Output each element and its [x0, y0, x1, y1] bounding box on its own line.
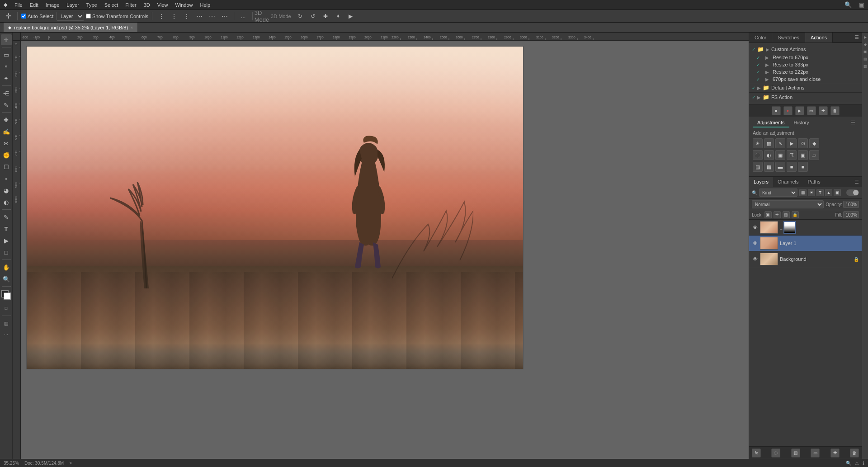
- eyedropper-tool[interactable]: ✎: [1, 99, 12, 110]
- auto-select-checkbox[interactable]: Auto-Select:: [21, 14, 55, 19]
- more-tools-btn[interactable]: ⋯: [1, 330, 12, 340]
- menu-layer[interactable]: Layer: [66, 2, 79, 8]
- adj-channel-mixer-btn[interactable]: ☈: [787, 150, 797, 160]
- action-group-fs-header[interactable]: ✓ ▶ 📁 FS Action: [749, 93, 862, 102]
- tab-layers[interactable]: Layers: [749, 177, 773, 187]
- clone-tool[interactable]: ✉: [1, 138, 12, 149]
- move-tool-btn[interactable]: ✛: [3, 11, 14, 22]
- extras-btn[interactable]: ✦: [333, 11, 344, 22]
- path-selection-tool[interactable]: ▶: [1, 235, 12, 246]
- document-tab[interactable]: ◆ replace background.psd @ 35.2% (Layer …: [4, 23, 138, 32]
- crop-tool[interactable]: ⋲: [1, 88, 12, 99]
- zoom-tool[interactable]: 🔍: [1, 274, 12, 284]
- align-bottom-btn[interactable]: ⋯: [219, 11, 230, 22]
- menu-type[interactable]: Type: [86, 2, 97, 8]
- rpanel-icon-3[interactable]: ▤: [863, 56, 868, 61]
- record-action-btn[interactable]: ●: [783, 106, 793, 115]
- layer-effects-btn[interactable]: fx: [752, 448, 761, 458]
- more-options-btn[interactable]: ...: [238, 11, 249, 22]
- adj-invert-btn[interactable]: ▱: [809, 150, 819, 160]
- 3d-mode-btn[interactable]: 3D Mode: [256, 11, 267, 22]
- adj-threshold-btn[interactable]: ▩: [764, 162, 774, 172]
- quick-select-tool[interactable]: ✦: [1, 73, 12, 84]
- foreground-bg-colors[interactable]: [1, 290, 11, 300]
- action-resize-222[interactable]: ✓ ▶ Resize to 222px: [749, 68, 862, 75]
- align-center-btn[interactable]: ⋮: [169, 11, 179, 22]
- new-adjustment-btn[interactable]: ▥: [791, 448, 800, 458]
- action-group-custom-header[interactable]: ✓ 📁 ▶ Custom Actions: [749, 45, 862, 54]
- filter-shape-btn[interactable]: ▲: [825, 189, 832, 196]
- tab-close-btn[interactable]: ×: [131, 25, 133, 30]
- brush-tool[interactable]: ✍: [1, 126, 12, 137]
- layer-1-visibility[interactable]: 👁: [752, 240, 758, 246]
- search-icon[interactable]: 🔍: [844, 1, 852, 8]
- rpanel-icon-4[interactable]: ▩: [863, 63, 868, 69]
- canvas-document[interactable]: [26, 46, 524, 369]
- history-brush-tool[interactable]: ✊: [1, 150, 12, 160]
- adj-exposure-btn[interactable]: ▶: [787, 138, 797, 148]
- align-middle-btn[interactable]: ⋯: [207, 11, 217, 22]
- tab-channels[interactable]: Channels: [773, 177, 803, 187]
- adj-photo-filter-btn[interactable]: ▣: [775, 150, 785, 160]
- menu-file[interactable]: File: [14, 2, 23, 8]
- menu-image[interactable]: Image: [46, 2, 60, 8]
- canvas-viewport[interactable]: [21, 41, 749, 459]
- show-transform-checkbox[interactable]: Show Transform Controls: [86, 14, 148, 19]
- panel-menu-btn[interactable]: ☰: [852, 33, 862, 42]
- lock-artboard-btn[interactable]: ▧: [783, 211, 790, 218]
- play-action-btn[interactable]: ▶: [795, 106, 804, 115]
- align-right-btn[interactable]: ⋮: [181, 11, 192, 22]
- status-arrow[interactable]: >: [69, 461, 72, 466]
- filter-toggle[interactable]: [846, 189, 859, 196]
- snap-btn[interactable]: ✚: [320, 11, 331, 22]
- layer-item-bg[interactable]: 👁 Background 🔒: [749, 251, 862, 267]
- lock-pixels-btn[interactable]: ▣: [764, 211, 772, 218]
- adj-levels-btn[interactable]: ▩: [764, 138, 774, 148]
- move-tool[interactable]: ✛: [1, 34, 12, 45]
- rpanel-collapse-btn[interactable]: ▶: [863, 34, 868, 40]
- menu-window[interactable]: Window: [175, 2, 193, 8]
- rpanel-icon-1[interactable]: ◆: [863, 42, 868, 47]
- action-group-default-header[interactable]: ✓ ▶ 📁 Default Actions: [749, 83, 862, 92]
- adj-selective-color-btn[interactable]: ■: [787, 162, 797, 172]
- video-btn[interactable]: ▶: [345, 11, 356, 22]
- workspace-icon[interactable]: ▣: [859, 1, 864, 8]
- layer-1-mask-visibility[interactable]: 👁: [752, 224, 758, 231]
- quick-mask-btn[interactable]: □: [1, 303, 12, 314]
- layer-item-1[interactable]: 👁 Layer 1: [749, 236, 862, 251]
- layers-panel-menu[interactable]: ☰: [852, 177, 862, 187]
- adj-solid-color-btn[interactable]: ■: [798, 162, 808, 172]
- rotate-btn[interactable]: ↻: [295, 11, 306, 22]
- menu-ps[interactable]: ◆: [4, 2, 7, 8]
- marquee-tool[interactable]: ▭: [1, 49, 12, 60]
- delete-action-btn[interactable]: 🗑: [830, 106, 840, 115]
- lock-position-btn[interactable]: ✛: [774, 211, 781, 218]
- blend-mode-select[interactable]: Normal Dissolve Multiply Screen Overlay: [752, 200, 824, 208]
- align-top-btn[interactable]: ⋯: [194, 11, 205, 22]
- filter-kind-select[interactable]: Kind Name Effect Mode Attribute Color Sm…: [759, 189, 797, 197]
- tab-actions[interactable]: Actions: [805, 33, 833, 42]
- eraser-tool[interactable]: ☐: [1, 161, 12, 172]
- menu-filter[interactable]: Filter: [125, 2, 136, 8]
- opacity-input[interactable]: [843, 201, 859, 208]
- menu-view[interactable]: View: [157, 2, 168, 8]
- screen-mode-btn[interactable]: ▨: [1, 318, 12, 329]
- filter-smart-btn[interactable]: ▣: [834, 189, 841, 196]
- tab-color[interactable]: Color: [749, 33, 772, 42]
- adj-vibrance-btn[interactable]: ⊙: [798, 138, 808, 148]
- filter-text-btn[interactable]: T: [816, 189, 824, 196]
- filter-adj-btn[interactable]: ☀: [808, 189, 815, 196]
- new-action-btn[interactable]: ✚: [819, 106, 828, 115]
- lock-all-btn[interactable]: 🔒: [792, 211, 799, 218]
- layer-item-1-mask[interactable]: 👁 ⎯: [749, 220, 862, 236]
- new-layer-btn[interactable]: ✚: [830, 448, 840, 458]
- menu-3d[interactable]: 3D: [144, 2, 150, 8]
- stop-action-btn[interactable]: ■: [772, 106, 781, 115]
- menu-help[interactable]: Help: [200, 2, 211, 8]
- gradient-tool[interactable]: ▫: [1, 173, 12, 184]
- bg-visibility[interactable]: 👁: [752, 256, 758, 262]
- adj-hsl-btn[interactable]: ◆: [809, 138, 819, 148]
- hand-tool[interactable]: ✋: [1, 262, 12, 273]
- tab-swatches[interactable]: Swatches: [772, 33, 805, 42]
- rpanel-icon-2[interactable]: ▣: [863, 49, 868, 54]
